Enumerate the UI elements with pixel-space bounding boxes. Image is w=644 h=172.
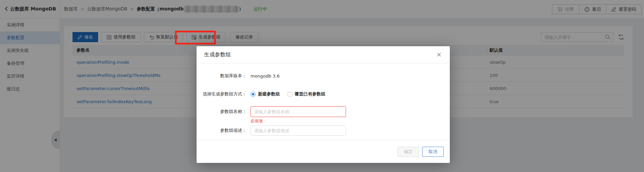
page: 云数据库 MongoDB 数据库 > 云数据库MongoDB > 参数配置（mo… <box>0 0 644 172</box>
radio-new-label: 新建参数组 <box>258 91 280 97</box>
generate-mode-options: 新建参数组 覆盖已有参数组 <box>251 91 333 97</box>
generate-param-group-dialog: 生成参数组 ✕ 数据库版本： mongodb 3.6 选择生成参数组方式： 新建… <box>197 46 450 163</box>
param-group-name-input[interactable] <box>251 106 346 117</box>
param-group-desc-input[interactable] <box>251 125 346 136</box>
radio-unselected-icon[interactable] <box>287 92 292 97</box>
dialog-title: 生成参数组 <box>204 51 231 58</box>
cancel-button[interactable]: 取消 <box>422 147 444 157</box>
db-version-label: 数据库版本： <box>197 73 246 79</box>
param-group-name-label: 参数组名称： <box>197 109 246 115</box>
dialog-header: 生成参数组 ✕ <box>197 46 450 63</box>
generate-mode-row: 选择生成参数组方式： 新建参数组 覆盖已有参数组 <box>197 89 450 99</box>
radio-selected-icon[interactable] <box>251 92 256 97</box>
param-group-name-control <box>251 106 346 117</box>
close-icon[interactable]: ✕ <box>436 52 442 58</box>
radio-overwrite-label: 覆盖已有参数组 <box>295 91 325 97</box>
annotation-highlight-box <box>175 31 216 45</box>
radio-new-param-group[interactable]: 新建参数组 <box>251 91 287 97</box>
generate-mode-label: 选择生成参数组方式： <box>197 91 246 97</box>
param-group-desc-row: 参数组描述： <box>197 125 450 136</box>
param-group-desc-control <box>251 125 346 136</box>
dialog-footer: 确定 取消 <box>197 140 450 163</box>
db-version-value: mongodb 3.6 <box>251 74 280 79</box>
required-field-hint: 必填项 <box>251 118 263 124</box>
param-group-name-row: 参数组名称： <box>197 106 450 117</box>
radio-overwrite-param-group[interactable]: 覆盖已有参数组 <box>287 91 333 97</box>
param-group-desc-label: 参数组描述： <box>197 127 246 134</box>
confirm-button[interactable]: 确定 <box>398 147 419 157</box>
db-version-row: 数据库版本： mongodb 3.6 <box>197 71 450 81</box>
